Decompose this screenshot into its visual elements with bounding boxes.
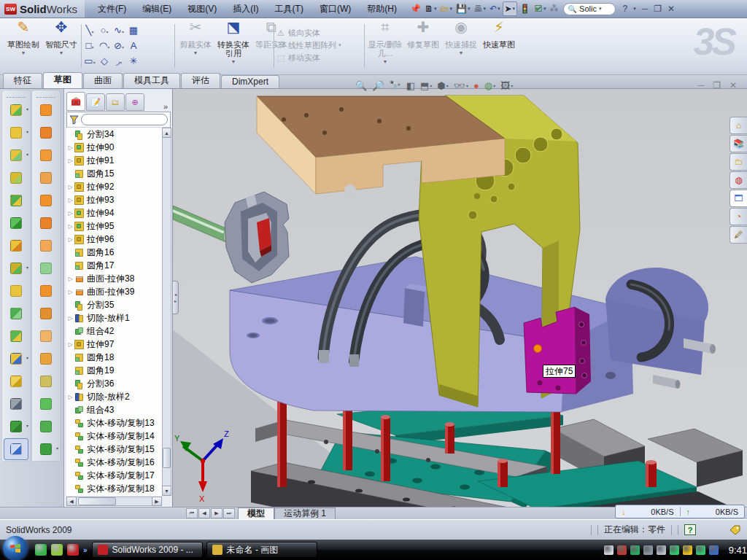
dropdown-caret-icon[interactable]: ▾ (91, 45, 93, 50)
ime-keyboard-icon[interactable] (604, 545, 614, 555)
doc-tab-模型[interactable]: 模型 (238, 508, 274, 519)
tooling-split-icon[interactable] (34, 416, 58, 438)
expand-arrow-icon[interactable]: ▷ (66, 158, 74, 164)
volume-icon[interactable] (657, 545, 666, 555)
tree-item-组合42[interactable]: 组合42 (66, 324, 162, 338)
menu-6[interactable]: 帮助(H) (360, 1, 404, 18)
quick-launch-overflow-icon[interactable]: » (83, 546, 88, 554)
tree-item-实体-移动/复制15[interactable]: 实体-移动/复制15 (66, 443, 162, 456)
doc-nav-button-2[interactable]: ▶ (211, 508, 222, 518)
knit-surface-icon[interactable] (34, 280, 58, 302)
tree-filter-input[interactable] (81, 114, 168, 125)
more-tools-icon[interactable]: ⁂ (549, 1, 560, 16)
tree-item-拉伸95[interactable]: ▷拉伸95 (66, 219, 162, 233)
featuremanager-tab[interactable]: 🧰 (66, 92, 85, 111)
help-button[interactable]: ? (623, 4, 628, 14)
dropdown-caret-icon[interactable]: ▾ (434, 6, 437, 12)
taskbar-button-未命名 - 画图[interactable]: 未命名 - 画图 (206, 542, 317, 558)
expand-arrow-icon[interactable]: ▷ (66, 276, 74, 282)
shut-off-surface-icon[interactable] (34, 393, 58, 415)
toolbar-grip[interactable] (7, 92, 26, 98)
hide-show-items-icon[interactable]: 👓▾ (454, 80, 468, 91)
previous-view-icon[interactable]: 🔭 (389, 80, 400, 91)
ribbon-tab-评估[interactable]: 评估 (181, 73, 220, 88)
reference-plane-icon[interactable] (4, 370, 28, 392)
close-button[interactable]: ✕ (667, 4, 675, 14)
tree-item-拉伸93[interactable]: ▷拉伸93 (66, 193, 162, 206)
restore-button[interactable]: ❐ (654, 4, 662, 14)
dropdown-caret-icon[interactable]: ▾ (26, 423, 28, 428)
sketch-entity-icon-1-0[interactable]: □▾ (83, 40, 96, 51)
menu-4[interactable]: 工具(T) (268, 1, 311, 18)
filled-surface-icon[interactable] (34, 212, 58, 234)
doc-minimize-button[interactable]: ─ (698, 80, 705, 90)
hole-wizard-icon[interactable] (4, 235, 28, 257)
tree-item-圆角15[interactable]: 圆角15 (66, 167, 162, 180)
toolbar-grip[interactable] (36, 92, 55, 98)
parting-line-icon[interactable] (34, 348, 58, 370)
menu-1[interactable]: 编辑(E) (135, 1, 179, 18)
undo-icon[interactable]: ↶▾ (488, 1, 502, 16)
mirror-icon[interactable] (4, 280, 28, 302)
dropdown-caret-icon[interactable]: ▾ (543, 6, 546, 12)
dropdown-caret-icon[interactable]: ▾ (120, 61, 122, 65)
sketch-entity-icon-1-3[interactable]: A (127, 40, 140, 51)
tree-scroll-thumb[interactable] (163, 448, 171, 468)
instant3d-icon[interactable] (4, 438, 28, 460)
appearances-tab[interactable]: ◔ (729, 208, 747, 225)
lofted-surface-icon[interactable] (34, 167, 58, 189)
dropdown-caret-icon[interactable]: ▾ (26, 265, 28, 270)
update-badge-icon[interactable] (643, 545, 653, 555)
tree-item-切除-放样2[interactable]: ▷切除-放样2 (66, 390, 162, 403)
tree-item-切除-放样1[interactable]: ▷切除-放样1 (66, 311, 162, 324)
ribbon-tab-草图[interactable]: 草图 (43, 72, 82, 88)
dropdown-caret-icon[interactable]: ▾ (449, 6, 452, 12)
expand-arrow-icon[interactable]: ▷ (66, 197, 74, 203)
split-icon[interactable] (4, 325, 28, 347)
apply-scene-icon[interactable]: ◍▾ (484, 80, 495, 91)
combine-icon[interactable] (4, 303, 28, 324)
solidworks-search-tab[interactable]: ◍ (729, 171, 747, 189)
tree-item-曲面-拉伸38[interactable]: ▷曲面-拉伸38 (66, 272, 162, 285)
tree-item-圆角18[interactable]: 圆角18 (66, 351, 162, 364)
expand-arrow-icon[interactable]: ▷ (66, 315, 74, 322)
dropdown-caret-icon[interactable]: ▾ (26, 129, 28, 134)
sketch-entity-icon-0-2[interactable]: ∿▾ (112, 25, 125, 36)
sketch-entity-icon-2-2[interactable]: ◞▾ (112, 55, 125, 66)
dropdown-caret-icon[interactable]: ▾ (493, 83, 495, 88)
file-explorer-tab[interactable]: 🗀 (729, 153, 747, 171)
display-style-icon[interactable]: ⬢▾ (437, 80, 448, 91)
tree-item-组合43[interactable]: 组合43 (66, 403, 162, 416)
quick-tips-button[interactable]: ? (684, 524, 696, 535)
expand-arrow-icon[interactable]: ▷ (66, 144, 74, 151)
extruded-boss-icon[interactable]: ▾ (4, 99, 28, 121)
security-ok-icon[interactable] (630, 545, 640, 555)
dropdown-caret-icon[interactable]: ▼ (21, 49, 26, 58)
tree-scroll-up-button[interactable]: ▲ (162, 128, 171, 138)
parting-surface-icon[interactable] (34, 370, 58, 392)
section-view-icon[interactable]: ◧ (406, 80, 415, 91)
dropdown-caret-icon[interactable]: ▼ (231, 58, 236, 66)
dropdown-caret-icon[interactable]: ▾ (91, 30, 93, 34)
dropdown-caret-icon[interactable]: ▾ (122, 45, 124, 50)
minimize-button[interactable]: ─ (642, 4, 649, 14)
extruded-cut-icon[interactable]: ▾ (4, 122, 28, 144)
dropdown-caret-icon[interactable]: ▾ (430, 83, 432, 88)
menu-3[interactable]: 插入(I) (225, 1, 266, 18)
expand-arrow-icon[interactable]: ▷ (66, 223, 74, 230)
tree-item-曲面-拉伸39[interactable]: ▷曲面-拉伸39 (66, 285, 162, 298)
tag-icon[interactable] (729, 525, 741, 535)
planar-surface-icon[interactable] (34, 235, 58, 257)
tree-item-拉伸96[interactable]: ▷拉伸96 (66, 233, 162, 246)
options-icon[interactable]: 🗹▾ (533, 1, 548, 16)
ribbon-tab-特征[interactable]: 特征 (3, 73, 42, 88)
sketch-entity-icon-0-3[interactable]: ▦ (127, 25, 140, 36)
sketch-entity-icon-0-1[interactable]: ○▾ (98, 25, 111, 36)
dropdown-caret-icon[interactable]: ▾ (26, 152, 28, 157)
doc-close-button[interactable]: ✕ (729, 80, 737, 90)
dropdown-caret-icon[interactable]: ▾ (107, 45, 109, 50)
dropdown-caret-icon[interactable]: ▾ (122, 30, 124, 34)
tree-item-实体-移动/复制17[interactable]: 实体-移动/复制17 (66, 469, 162, 482)
dropdown-caret-icon[interactable]: ▾ (498, 6, 500, 12)
fillet-icon[interactable]: ▾ (4, 144, 28, 166)
